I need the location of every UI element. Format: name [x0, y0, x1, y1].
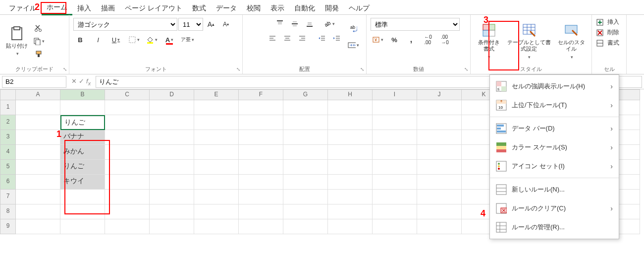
- cell-G9[interactable]: [283, 219, 328, 234]
- cell-I2[interactable]: [373, 115, 417, 130]
- cell-A8[interactable]: [16, 204, 60, 219]
- cell-I4[interactable]: [373, 145, 417, 160]
- cell-D9[interactable]: [150, 219, 194, 234]
- cell-F6[interactable]: [239, 175, 283, 190]
- cell-H5[interactable]: [328, 160, 373, 175]
- cell-E2[interactable]: [194, 115, 239, 130]
- cell-J1[interactable]: [417, 100, 462, 115]
- cell-G5[interactable]: [283, 160, 328, 175]
- cell-E8[interactable]: [194, 204, 239, 219]
- cell-A4[interactable]: [16, 145, 60, 160]
- cell-C8[interactable]: [105, 204, 150, 219]
- cf-clear-rules[interactable]: ルールのクリア(C)›: [490, 199, 619, 218]
- decrease-font-button[interactable]: A▾: [219, 18, 233, 30]
- cf-highlight-rules[interactable]: ≤ セルの強調表示ルール(H)›: [490, 77, 619, 96]
- conditional-formatting-button[interactable]: 条件付き書式: [475, 20, 503, 62]
- cell-G7[interactable]: [283, 190, 328, 204]
- cell-F9[interactable]: [239, 219, 283, 234]
- cell-D5[interactable]: [150, 160, 194, 175]
- row-header-6[interactable]: 6: [0, 175, 16, 190]
- cell-D6[interactable]: [150, 175, 194, 190]
- cell-E1[interactable]: [194, 100, 239, 115]
- font-name-select[interactable]: 游ゴシック: [73, 18, 177, 31]
- tab-review[interactable]: 校閲: [242, 2, 266, 15]
- tab-view[interactable]: 表示: [266, 2, 289, 15]
- number-launcher[interactable]: ⤡: [464, 66, 468, 72]
- accounting-format-button[interactable]: ¥: [371, 34, 384, 46]
- cell-C9[interactable]: [105, 219, 150, 234]
- cell-J2[interactable]: [417, 115, 462, 130]
- format-as-table-button[interactable]: テーブルとして書式設定: [505, 20, 553, 62]
- table-fmt-dropdown[interactable]: [527, 54, 531, 60]
- cell-C1[interactable]: [105, 100, 150, 115]
- border-button[interactable]: [127, 34, 141, 46]
- cell-A9[interactable]: [16, 219, 60, 234]
- cell-D4[interactable]: [150, 145, 194, 160]
- cell-E6[interactable]: [194, 175, 239, 190]
- cell-H7[interactable]: [328, 190, 373, 204]
- cell-H2[interactable]: [328, 115, 373, 130]
- paste-dropdown[interactable]: [15, 50, 19, 57]
- cell-D2[interactable]: [150, 115, 194, 130]
- cell-F2[interactable]: [239, 115, 283, 130]
- cell-B8[interactable]: [60, 204, 105, 219]
- cell-I1[interactable]: [373, 100, 417, 115]
- name-box[interactable]: [2, 76, 66, 88]
- cell-J9[interactable]: [417, 219, 462, 234]
- italic-button[interactable]: I: [91, 34, 105, 46]
- cell-C5[interactable]: [105, 160, 150, 175]
- cell-H6[interactable]: [328, 175, 373, 190]
- cell-J4[interactable]: [417, 145, 462, 160]
- phonetic-button[interactable]: ア亜: [180, 34, 194, 46]
- align-left-button[interactable]: [266, 33, 279, 45]
- cell-E7[interactable]: [194, 190, 239, 204]
- paste-button[interactable]: 貼り付け: [4, 24, 30, 59]
- cell-A1[interactable]: [16, 100, 60, 115]
- cf-manage-rules[interactable]: ルールの管理(R)...: [490, 218, 619, 237]
- row-header-7[interactable]: 7: [0, 190, 16, 204]
- wrap-text-button[interactable]: ab: [345, 22, 361, 34]
- cell-B3[interactable]: バナナ: [60, 130, 105, 145]
- col-header-D[interactable]: D: [150, 89, 194, 100]
- clipboard-launcher[interactable]: ⤡: [63, 66, 67, 72]
- cf-top-bottom-rules[interactable]: 10 上位/下位ルール(T)›: [490, 96, 619, 115]
- cell-D8[interactable]: [150, 204, 194, 219]
- cf-icon-sets[interactable]: アイコン セット(I)›: [490, 157, 619, 176]
- copy-button[interactable]: [32, 35, 46, 47]
- cf-data-bars[interactable]: データ バー(D)›: [490, 119, 619, 138]
- align-middle-button[interactable]: [288, 18, 302, 30]
- cell-C2[interactable]: [105, 115, 150, 130]
- merge-button[interactable]: [345, 39, 361, 51]
- cancel-formula-button[interactable]: ✕: [71, 77, 77, 86]
- increase-decimal-button[interactable]: ←0.00: [421, 34, 435, 46]
- col-header-H[interactable]: H: [328, 89, 373, 100]
- format-painter-button[interactable]: [32, 48, 46, 60]
- cell-C7[interactable]: [105, 190, 150, 204]
- tab-developer[interactable]: 開発: [320, 2, 344, 15]
- col-header-C[interactable]: C: [105, 89, 150, 100]
- bold-button[interactable]: B: [73, 34, 87, 46]
- cell-G6[interactable]: [283, 175, 328, 190]
- cell-B5[interactable]: りんご: [60, 160, 105, 175]
- fill-color-button[interactable]: [145, 34, 159, 46]
- cell-G3[interactable]: [283, 130, 328, 145]
- cell-I7[interactable]: [373, 190, 417, 204]
- cell-B9[interactable]: [60, 219, 105, 234]
- font-color-button[interactable]: A: [162, 34, 176, 46]
- col-header-G[interactable]: G: [283, 89, 328, 100]
- col-header-E[interactable]: E: [194, 89, 239, 100]
- underline-button[interactable]: U: [109, 34, 123, 46]
- format-cells-button[interactable]: 書式: [596, 39, 619, 47]
- percent-button[interactable]: %: [387, 34, 401, 46]
- row-header-1[interactable]: 1: [0, 100, 16, 115]
- tab-help[interactable]: ヘルプ: [344, 2, 375, 15]
- cell-F3[interactable]: [239, 130, 283, 145]
- alignment-launcher[interactable]: ⤡: [360, 66, 364, 72]
- fx-button[interactable]: fx: [86, 77, 91, 86]
- cell-H1[interactable]: [328, 100, 373, 115]
- cell-C6[interactable]: [105, 175, 150, 190]
- col-header-A[interactable]: A: [16, 89, 60, 100]
- align-top-button[interactable]: [273, 18, 287, 30]
- orientation-button[interactable]: ab: [322, 18, 336, 30]
- row-header-5[interactable]: 5: [0, 160, 16, 175]
